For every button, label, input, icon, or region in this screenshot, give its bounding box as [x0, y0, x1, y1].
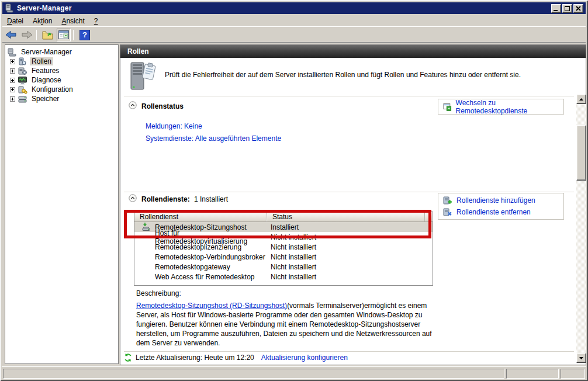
console-tree-button[interactable]: [57, 29, 71, 41]
tree-item-diagnose[interactable]: Diagnose: [5, 75, 118, 85]
remove-role-services-link[interactable]: Rollendienste entfernen: [443, 206, 559, 218]
column-header-rollendienst[interactable]: Rollendienst: [134, 212, 267, 221]
diagnostics-icon: [18, 76, 27, 85]
toolbar-separator: [73, 30, 74, 40]
page-description: Prüft die Fehlerfreiheit der auf dem Ser…: [165, 71, 562, 79]
menu-datei[interactable]: Datei: [2, 16, 28, 26]
tree-item-label: Speicher: [30, 95, 61, 103]
menu-aktion[interactable]: Aktion: [28, 16, 57, 26]
export-list-button[interactable]: [41, 29, 55, 41]
forward-icon: [21, 30, 33, 39]
close-icon: [576, 6, 581, 11]
switch-console-icon: [443, 102, 452, 112]
description-text: Remotedesktop-Sitzungshost (RD-Sitzungsh…: [136, 301, 437, 348]
console-tree-pane: Server-Manager Rollen Features Diagnose …: [5, 44, 119, 364]
collapse-chevron-icon[interactable]: [129, 194, 137, 202]
window-title: Server-Manager: [17, 4, 72, 12]
expand-icon[interactable]: [10, 68, 15, 74]
collapse-chevron-icon[interactable]: [129, 101, 137, 109]
table-row[interactable]: Host für Remotedesktopvirtualisierung Ni…: [134, 232, 433, 242]
rd-session-host-link[interactable]: Remotedesktop-Sitzungshost (RD-Sitzungsh…: [136, 302, 287, 310]
scroll-down-button[interactable]: [576, 353, 586, 363]
scroll-down-icon: [579, 357, 583, 359]
tree-item-speicher[interactable]: Speicher: [5, 94, 118, 103]
maximize-icon: [565, 6, 570, 11]
roles-icon: [18, 57, 27, 66]
status-panel: [3, 369, 504, 379]
storage-icon: [18, 95, 27, 103]
table-header: Rollendienst Status: [134, 212, 433, 222]
last-update-text: Letzte Aktualisierung: Heute um 12:20: [136, 354, 254, 362]
status-panel: [506, 369, 559, 379]
server-manager-icon: [7, 48, 17, 57]
rolestatus-section-title: Rollenstatus: [141, 102, 184, 110]
toolbar-separator: [36, 30, 37, 40]
tree-item-label: Features: [30, 67, 61, 75]
expand-icon[interactable]: [10, 78, 15, 83]
table-row[interactable]: Remotedesktoplizenzierung Nicht installi…: [134, 242, 433, 252]
scrollbar-thumb[interactable]: [576, 125, 586, 181]
minimize-button[interactable]: [551, 4, 561, 13]
table-row[interactable]: Web Access für Remotedesktop Nicht insta…: [134, 272, 433, 282]
table-row[interactable]: Remotedesktopgateway Nicht installiert: [134, 262, 433, 272]
console-window-icon: [58, 30, 69, 39]
help-button[interactable]: ?: [78, 29, 92, 41]
roleservices-actions-box: Rollendienste hinzufügen Rollendienste e…: [438, 193, 564, 220]
installed-count: 1 Installiert: [194, 195, 228, 203]
refresh-icon: [124, 354, 132, 362]
help-icon: ?: [79, 30, 90, 40]
main-pane: Rollen Prüft die Fehlerfreiheit der auf …: [120, 44, 586, 365]
description-heading: Beschreibung:: [136, 289, 181, 297]
page-title: Rollen: [120, 45, 586, 58]
app-icon: [5, 4, 14, 13]
section-separator: [124, 96, 574, 96]
tree-item-rollen[interactable]: Rollen: [5, 57, 118, 66]
expand-icon[interactable]: [10, 59, 15, 64]
add-role-service-icon: [443, 196, 452, 205]
maximize-button[interactable]: [562, 4, 572, 13]
tree-item-konfiguration[interactable]: Konfiguration: [5, 85, 118, 94]
tree-item-label: Rollen: [30, 57, 53, 65]
forward-button[interactable]: [20, 29, 34, 41]
column-header-status[interactable]: Status: [267, 212, 425, 221]
menu-ansicht[interactable]: Ansicht: [57, 16, 89, 26]
switch-to-rds-label: Wechseln zu Remotedesktopdienste: [456, 99, 559, 115]
expand-icon[interactable]: [10, 96, 15, 102]
role-services-table: Rollendienst Status Remotedesktop-Sitzun…: [134, 212, 433, 286]
toolbar: ?: [2, 27, 586, 43]
switch-to-rds-button[interactable]: Wechseln zu Remotedesktopdienste: [438, 99, 564, 115]
system-services-link[interactable]: Systemdienste: Alle ausgeführten Element…: [146, 134, 281, 143]
section-separator: [124, 192, 574, 192]
status-bar: [2, 366, 586, 379]
back-button[interactable]: [4, 29, 18, 41]
menu-hilfe[interactable]: ?: [89, 16, 103, 26]
vertical-scrollbar[interactable]: [576, 94, 586, 363]
tree-item-label: Server-Manager: [19, 48, 74, 56]
configuration-icon: [18, 85, 27, 94]
title-bar: Server-Manager: [2, 2, 586, 14]
expand-icon[interactable]: [10, 87, 15, 92]
tree-item-server-manager[interactable]: Server-Manager: [5, 47, 118, 57]
messages-link[interactable]: Meldungen: Keine: [146, 122, 202, 130]
server-manager-window: Server-Manager Datei Aktion Ansicht ? ? …: [0, 0, 588, 381]
back-icon: [5, 30, 17, 39]
section-separator: [124, 351, 574, 352]
menu-bar: Datei Aktion Ansicht ?: [2, 15, 586, 27]
remove-role-service-icon: [443, 207, 452, 217]
roles-page-icon: [129, 61, 157, 92]
close-button[interactable]: [573, 4, 583, 13]
table-row[interactable]: Remotedesktop-Verbindungsbroker Nicht in…: [134, 252, 433, 262]
tree-item-features[interactable]: Features: [5, 66, 118, 75]
add-role-services-link[interactable]: Rollendienste hinzufügen: [443, 195, 559, 206]
features-icon: [18, 67, 27, 75]
configure-refresh-link[interactable]: Aktualisierung konfigurieren: [261, 354, 348, 362]
scroll-up-button[interactable]: [576, 94, 586, 104]
minimize-icon: [554, 6, 559, 11]
tree-item-label: Diagnose: [30, 76, 63, 84]
folder-export-icon: [42, 30, 54, 40]
window-controls: [550, 4, 583, 13]
tree-item-label: Konfiguration: [30, 85, 75, 93]
refresh-status-row: Letzte Aktualisierung: Heute um 12:20 Ak…: [124, 354, 348, 362]
roleservices-section-title: Rollendienste: 1 Installiert: [141, 195, 228, 203]
status-grip: [561, 369, 585, 379]
